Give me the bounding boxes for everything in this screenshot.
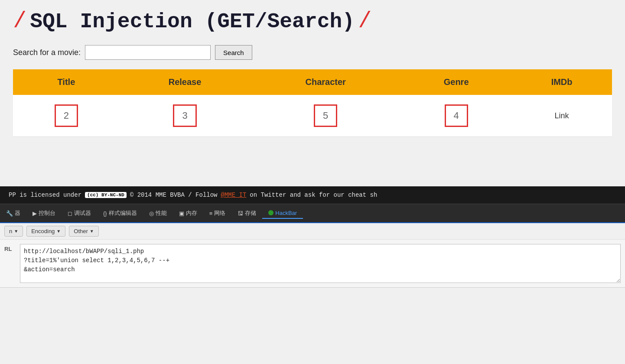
- memory-label: 内存: [186, 209, 197, 217]
- table-header-row: Title Release Character Genre IMDb: [13, 69, 612, 95]
- imdb-link-text: Link: [555, 111, 569, 120]
- title-text: SQL Injection (GET/Search): [30, 10, 355, 33]
- col-imdb: IMDb: [511, 69, 612, 95]
- cc-badge: (cc) BY-NC-ND: [85, 192, 127, 198]
- hackbar-panel: n ▼ Encoding ▼ Other ▼ RL http://localho…: [0, 223, 625, 288]
- dev-tool-memory[interactable]: ▣ 内存: [173, 208, 203, 219]
- tools-icon: 🔧: [6, 210, 13, 217]
- release-number-box: 3: [173, 104, 196, 127]
- dev-tool-hackbar[interactable]: HackBar: [262, 208, 303, 219]
- main-content: / SQL Injection (GET/Search) / Search fo…: [0, 0, 625, 186]
- hackbar-toolbar: n ▼ Encoding ▼ Other ▼: [0, 223, 625, 240]
- dev-tool-console[interactable]: ▶ 控制台: [26, 208, 62, 219]
- hackbar-other-button[interactable]: Other ▼: [69, 226, 98, 237]
- col-title: Title: [13, 69, 120, 95]
- search-input[interactable]: [85, 45, 211, 60]
- cell-character: 5: [250, 95, 401, 137]
- network-icon: ≡: [209, 210, 213, 217]
- slash-right-icon: /: [358, 9, 371, 34]
- hackbar-encoding-arrow-icon: ▼: [56, 229, 61, 234]
- style-editor-icon: {}: [103, 210, 107, 217]
- hackbar-n-button[interactable]: n ▼: [4, 226, 23, 237]
- hackbar-encoding-button[interactable]: Encoding ▼: [26, 226, 65, 237]
- cell-imdb: Link: [511, 95, 612, 137]
- console-icon: ▶: [33, 210, 37, 217]
- footer-text-3: on Twitter and ask for our cheat sh: [250, 192, 377, 198]
- col-genre: Genre: [401, 69, 511, 95]
- hackbar-label: HackBar: [275, 210, 297, 216]
- hackbar-url-input[interactable]: http://localhost/bWAPP/sqli_1.php ?title…: [20, 244, 621, 283]
- dev-tool-style-editor[interactable]: {} 样式编辑器: [97, 208, 143, 219]
- character-number-box: 5: [314, 104, 337, 127]
- memory-icon: ▣: [179, 210, 184, 217]
- hackbar-dot-icon: [268, 210, 273, 215]
- tools-label: 器: [15, 209, 20, 217]
- dev-toolbar: 🔧 器 ▶ 控制台 ◻ 调试器 {} 样式编辑器 ◎ 性能 ▣ 内存 ≡ 网络 …: [0, 204, 625, 223]
- slash-left-icon: /: [13, 9, 26, 34]
- performance-icon: ◎: [149, 210, 154, 217]
- col-character: Character: [250, 69, 401, 95]
- twitter-link[interactable]: @MME_IT: [221, 192, 247, 198]
- cell-title: 2: [13, 95, 120, 137]
- search-row: Search for a movie: Search: [13, 45, 612, 60]
- hackbar-url-row: RL http://localhost/bWAPP/sqli_1.php ?ti…: [4, 244, 621, 283]
- title-number-box: 2: [55, 104, 78, 127]
- search-label: Search for a movie:: [13, 48, 81, 57]
- table-row: 2 3 5 4 Link: [13, 95, 612, 137]
- hackbar-other-arrow-icon: ▼: [90, 229, 94, 234]
- dev-tool-debugger[interactable]: ◻ 调试器: [62, 208, 97, 219]
- dev-tool-left[interactable]: 🔧 器: [0, 208, 26, 219]
- style-editor-label: 样式编辑器: [109, 209, 137, 217]
- url-row-label: RL: [4, 244, 16, 252]
- dev-tool-network[interactable]: ≡ 网络: [203, 208, 232, 219]
- results-table: Title Release Character Genre IMDb 2 3 5: [13, 69, 612, 137]
- genre-number-box: 4: [445, 104, 468, 127]
- search-button[interactable]: Search: [215, 45, 252, 60]
- footer-text-1: PP is licensed under: [9, 192, 81, 198]
- hackbar-n-label: n: [9, 228, 12, 234]
- dev-tool-performance[interactable]: ◎ 性能: [143, 208, 173, 219]
- hackbar-url-area: RL http://localhost/bWAPP/sqli_1.php ?ti…: [0, 240, 625, 287]
- performance-label: 性能: [156, 209, 167, 217]
- cell-genre: 4: [401, 95, 511, 137]
- network-label: 网络: [214, 209, 225, 217]
- footer-text-2: © 2014 MME BVBA / Follow: [130, 192, 218, 198]
- debugger-icon: ◻: [68, 210, 72, 217]
- storage-icon: 🖫: [238, 210, 243, 217]
- page-title: / SQL Injection (GET/Search) /: [13, 9, 612, 34]
- cell-release: 3: [120, 95, 251, 137]
- hackbar-n-arrow-icon: ▼: [14, 229, 18, 234]
- dev-tool-storage[interactable]: 🖫 存储: [231, 208, 262, 219]
- footer-bar: PP is licensed under (cc) BY-NC-ND © 201…: [0, 186, 625, 204]
- debugger-label: 调试器: [74, 209, 91, 217]
- console-label: 控制台: [39, 209, 55, 217]
- storage-label: 存储: [245, 209, 256, 217]
- col-release: Release: [120, 69, 251, 95]
- hackbar-encoding-label: Encoding: [31, 228, 55, 234]
- hackbar-other-label: Other: [74, 228, 88, 234]
